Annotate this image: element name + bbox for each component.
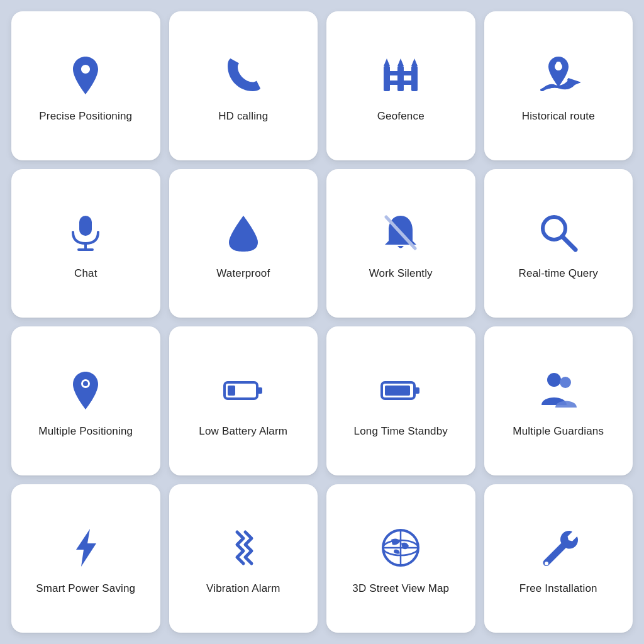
location-pin-icon (60, 50, 111, 101)
guardians-icon (533, 365, 584, 416)
svg-marker-4 (384, 58, 390, 66)
card-multiple-guardians: Multiple Guardians (484, 326, 633, 475)
card-label-multiple-positioning: Multiple Positioning (38, 425, 133, 439)
svg-point-27 (560, 377, 571, 388)
card-label-smart-power-saving: Smart Power Saving (36, 582, 135, 596)
card-label-geofence: Geofence (377, 109, 425, 124)
vibration-icon (218, 523, 269, 573)
svg-rect-22 (228, 386, 235, 396)
card-hd-calling: HD calling (169, 11, 318, 160)
svg-point-32 (545, 562, 548, 565)
card-label-vibration-alarm: Vibration Alarm (206, 582, 280, 596)
battery-full-icon (375, 365, 426, 416)
svg-point-19 (83, 381, 88, 386)
card-precise-positioning: Precise Positioning (11, 11, 160, 160)
card-3d-street-view-map: 3D Street View Map (326, 484, 475, 633)
card-label-low-battery-alarm: Low Battery Alarm (199, 425, 287, 439)
card-label-waterproof: Waterproof (216, 267, 270, 281)
svg-rect-7 (384, 71, 418, 75)
svg-marker-6 (411, 58, 418, 66)
historical-route-icon (533, 50, 584, 101)
card-label-multiple-guardians: Multiple Guardians (513, 425, 604, 439)
svg-rect-24 (414, 387, 419, 394)
card-label-free-installation: Free Installation (519, 582, 597, 596)
card-label-hd-calling: HD calling (218, 109, 268, 124)
card-long-time-standby: Long Time Standby (326, 326, 475, 475)
phone-icon (218, 50, 269, 101)
svg-marker-5 (397, 58, 404, 66)
card-low-battery-alarm: Low Battery Alarm (169, 326, 318, 475)
svg-rect-11 (79, 216, 92, 236)
card-free-installation: Free Installation (484, 484, 633, 633)
card-label-real-time-query: Real-time Query (519, 267, 598, 281)
search-icon (533, 208, 584, 258)
card-smart-power-saving: Smart Power Saving (11, 484, 160, 633)
svg-rect-21 (257, 387, 262, 394)
wrench-icon (533, 523, 584, 573)
card-historical-route: Historical route (484, 11, 633, 160)
card-work-silently: Work Silently (326, 169, 475, 318)
card-label-historical-route: Historical route (522, 109, 595, 124)
microphone-icon (60, 208, 111, 258)
features-grid: Precise Positioning HD calling (0, 0, 644, 644)
svg-rect-2 (397, 66, 404, 91)
svg-rect-3 (411, 66, 418, 91)
globe-icon (375, 523, 426, 573)
svg-rect-8 (384, 80, 418, 85)
svg-point-0 (82, 66, 89, 72)
svg-rect-1 (384, 66, 390, 91)
location-pin-solid-icon (60, 365, 111, 416)
card-multiple-positioning: Multiple Positioning (11, 326, 160, 475)
card-chat: Chat (11, 169, 160, 318)
card-label-3d-street-view-map: 3D Street View Map (352, 582, 449, 596)
card-vibration-alarm: Vibration Alarm (169, 484, 318, 633)
battery-low-icon (218, 365, 269, 416)
fence-icon (375, 50, 426, 101)
svg-line-17 (562, 236, 575, 250)
card-label-long-time-standby: Long Time Standby (354, 425, 448, 439)
card-real-time-query: Real-time Query (484, 169, 633, 318)
card-geofence: Geofence (326, 11, 475, 160)
water-drop-icon (218, 208, 269, 258)
lightning-icon (60, 523, 111, 573)
card-label-chat: Chat (74, 267, 97, 281)
svg-point-26 (547, 373, 561, 387)
card-waterproof: Waterproof (169, 169, 318, 318)
card-label-precise-positioning: Precise Positioning (39, 109, 132, 124)
bell-slash-icon (375, 208, 426, 258)
svg-point-9 (556, 62, 561, 67)
card-label-work-silently: Work Silently (369, 267, 433, 281)
svg-rect-25 (385, 386, 410, 396)
